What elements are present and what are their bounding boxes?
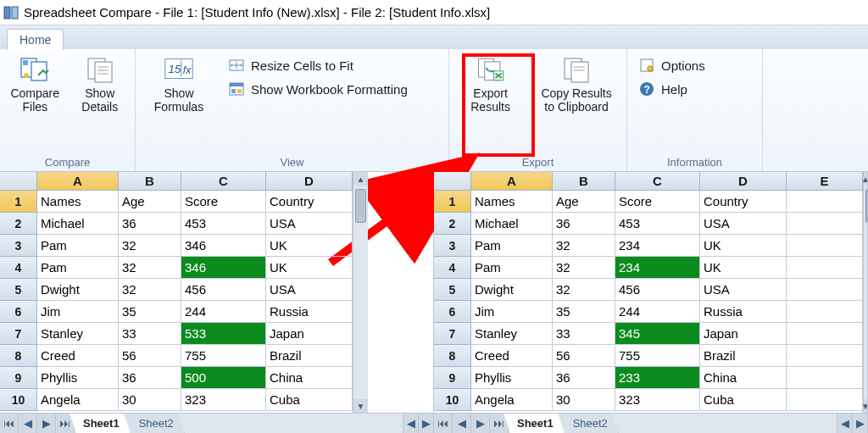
sheet-tab[interactable]: Sheet1 bbox=[504, 414, 565, 433]
row-header[interactable]: 4 bbox=[434, 257, 471, 279]
cell[interactable]: Brazil bbox=[700, 345, 787, 367]
cell[interactable]: Michael bbox=[37, 213, 119, 235]
cell[interactable]: Michael bbox=[471, 213, 553, 235]
cell[interactable]: 32 bbox=[553, 257, 615, 279]
cell[interactable]: 32 bbox=[553, 235, 615, 257]
row-header[interactable]: 10 bbox=[0, 389, 37, 411]
cell[interactable]: Angela bbox=[471, 389, 553, 411]
cell[interactable]: 32 bbox=[119, 257, 181, 279]
cell[interactable]: 234 bbox=[615, 257, 700, 279]
cell[interactable]: Jim bbox=[37, 301, 119, 323]
show-formulas-button[interactable]: 15fx Show Formulas bbox=[146, 54, 212, 114]
cell[interactable]: Score bbox=[181, 191, 266, 213]
cell[interactable]: 453 bbox=[181, 213, 266, 235]
cell[interactable]: 234 bbox=[615, 235, 700, 257]
cell[interactable]: Cuba bbox=[266, 389, 353, 411]
cell[interactable]: Phyllis bbox=[37, 367, 119, 389]
cell[interactable]: Pam bbox=[471, 257, 553, 279]
row-header[interactable]: 8 bbox=[0, 345, 37, 367]
cell[interactable]: 35 bbox=[119, 301, 181, 323]
cell[interactable]: China bbox=[266, 367, 353, 389]
resize-cells-button[interactable]: Resize Cells to Fit bbox=[227, 56, 408, 75]
cell[interactable]: Names bbox=[471, 191, 553, 213]
row-header[interactable]: 3 bbox=[0, 235, 37, 257]
cell[interactable]: Creed bbox=[471, 345, 553, 367]
cell[interactable]: 33 bbox=[553, 323, 615, 345]
row-header[interactable]: 1 bbox=[0, 191, 37, 213]
cell[interactable]: 244 bbox=[181, 301, 266, 323]
cell[interactable]: Russia bbox=[266, 301, 353, 323]
cell[interactable]: Stanley bbox=[471, 323, 553, 345]
cell[interactable]: 456 bbox=[615, 279, 700, 301]
cell[interactable]: 33 bbox=[119, 323, 181, 345]
select-all-corner[interactable] bbox=[434, 172, 471, 191]
cell[interactable]: Pam bbox=[37, 235, 119, 257]
cell[interactable]: Age bbox=[119, 191, 181, 213]
cell[interactable]: USA bbox=[700, 213, 787, 235]
row-header[interactable]: 7 bbox=[0, 323, 37, 345]
scroll-thumb[interactable] bbox=[865, 189, 867, 223]
cell[interactable]: 32 bbox=[553, 279, 615, 301]
cell[interactable]: 533 bbox=[181, 323, 266, 345]
options-button[interactable]: Options bbox=[637, 56, 705, 75]
cell[interactable]: Creed bbox=[37, 345, 119, 367]
cell[interactable]: 36 bbox=[119, 367, 181, 389]
cell[interactable]: Russia bbox=[700, 301, 787, 323]
compare-files-button[interactable]: Compare Files bbox=[10, 54, 60, 114]
cell[interactable] bbox=[787, 213, 863, 235]
sheet-tab[interactable]: Sheet1 bbox=[70, 414, 131, 433]
cell[interactable]: Score bbox=[615, 191, 700, 213]
cell[interactable]: Pam bbox=[471, 235, 553, 257]
cell[interactable]: 346 bbox=[181, 257, 266, 279]
cell[interactable] bbox=[787, 191, 863, 213]
row-header[interactable]: 8 bbox=[434, 345, 471, 367]
cell[interactable]: Angela bbox=[37, 389, 119, 411]
cell[interactable]: Country bbox=[266, 191, 353, 213]
row-header[interactable]: 2 bbox=[434, 213, 471, 235]
tab-home[interactable]: Home bbox=[7, 29, 64, 50]
hscroll-button[interactable]: ◀ bbox=[837, 414, 852, 433]
vertical-scrollbar[interactable]: ▲▼ bbox=[863, 172, 867, 413]
scroll-up-icon[interactable]: ▲ bbox=[353, 172, 368, 186]
row-header[interactable]: 6 bbox=[0, 301, 37, 323]
hscroll-button[interactable]: ▶ bbox=[852, 414, 867, 433]
row-header[interactable]: 9 bbox=[0, 367, 37, 389]
sheet-nav-button[interactable]: ⏮ bbox=[0, 414, 19, 433]
cell[interactable]: 233 bbox=[615, 367, 700, 389]
row-header[interactable]: 6 bbox=[434, 301, 471, 323]
cell[interactable]: 30 bbox=[119, 389, 181, 411]
copy-results-button[interactable]: Copy Results to Clipboard bbox=[537, 54, 616, 114]
export-results-button[interactable]: Export Results bbox=[459, 54, 521, 114]
cell[interactable]: 36 bbox=[553, 213, 615, 235]
cell[interactable]: 32 bbox=[119, 279, 181, 301]
column-header[interactable]: B bbox=[553, 172, 615, 191]
sheet-nav-button[interactable]: ▶ bbox=[471, 414, 490, 433]
cell[interactable] bbox=[787, 367, 863, 389]
cell[interactable]: 32 bbox=[119, 235, 181, 257]
cell[interactable]: 323 bbox=[615, 389, 700, 411]
row-header[interactable]: 4 bbox=[0, 257, 37, 279]
cell[interactable]: Cuba bbox=[700, 389, 787, 411]
hscroll-button[interactable]: ▶ bbox=[418, 414, 433, 433]
row-header[interactable]: 10 bbox=[434, 389, 471, 411]
row-header[interactable]: 1 bbox=[434, 191, 471, 213]
sheet-tab[interactable]: Sheet2 bbox=[125, 414, 185, 433]
cell[interactable] bbox=[787, 323, 863, 345]
sheet-nav-button[interactable]: ▶ bbox=[37, 414, 56, 433]
cell[interactable]: Dwight bbox=[37, 279, 119, 301]
cell[interactable]: USA bbox=[700, 279, 787, 301]
cell[interactable]: 56 bbox=[553, 345, 615, 367]
show-details-button[interactable]: Show Details bbox=[75, 54, 125, 114]
cell[interactable]: UK bbox=[700, 257, 787, 279]
cell[interactable]: 56 bbox=[119, 345, 181, 367]
cell[interactable]: Phyllis bbox=[471, 367, 553, 389]
scroll-down-icon[interactable]: ▼ bbox=[353, 399, 368, 413]
cell[interactable]: UK bbox=[266, 235, 353, 257]
sheet-tab[interactable]: Sheet2 bbox=[559, 414, 619, 433]
cell[interactable]: 323 bbox=[181, 389, 266, 411]
workbook-formatting-button[interactable]: Show Workbook Formatting bbox=[227, 80, 408, 98]
column-header[interactable]: A bbox=[471, 172, 553, 191]
cell[interactable]: Country bbox=[700, 191, 787, 213]
cell[interactable]: USA bbox=[266, 279, 353, 301]
column-header[interactable]: C bbox=[181, 172, 266, 191]
